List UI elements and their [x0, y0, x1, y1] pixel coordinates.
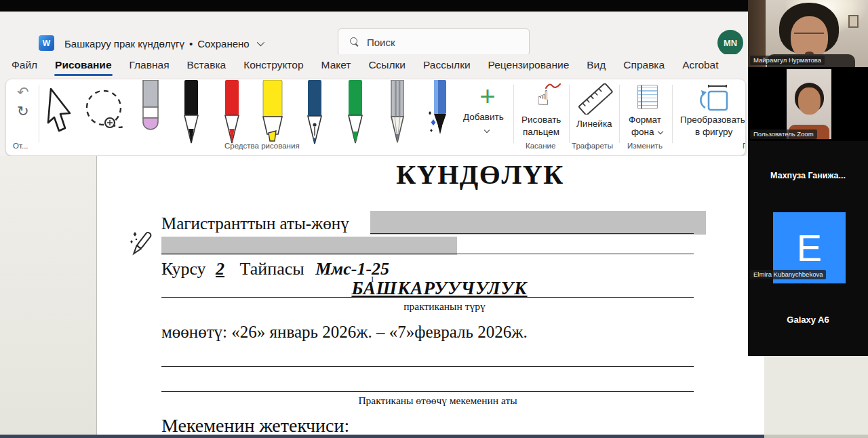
person-face [798, 87, 821, 115]
group-label-stencils: Трафареты [572, 142, 613, 150]
group-separator [619, 85, 620, 143]
document-canvas: КҮНДӨЛҮК Магистранттын аты-жөнү [0, 156, 764, 438]
tab-file[interactable]: Файл [11, 56, 38, 74]
add-pen-button[interactable]: Добавить [463, 112, 504, 122]
participant-video-2[interactable]: Пользователь Zoom [748, 67, 868, 141]
add-pen-plus-icon[interactable]: + [473, 83, 502, 109]
pen-green-icon[interactable] [344, 80, 367, 146]
tab-view[interactable]: Вид [586, 56, 606, 74]
format-background-chevron-icon[interactable] [658, 129, 663, 134]
fill-in-line [161, 391, 694, 392]
highlighter-yellow-icon[interactable] [261, 80, 284, 146]
select-cursor-icon[interactable] [43, 86, 78, 139]
participant-tile-4[interactable]: E Elmira Kubanychbekova [748, 212, 868, 285]
participant-name-tag: Майрамгул Нурматова [750, 56, 825, 65]
save-status: Сохранено [197, 38, 249, 49]
eraser-icon[interactable] [139, 80, 162, 146]
chevron-down-icon[interactable] [256, 39, 264, 46]
pen-black-icon[interactable] [180, 80, 203, 146]
draw-with-finger-button[interactable]: Рисовать [521, 115, 561, 125]
pen-galaxy-icon[interactable] [428, 80, 451, 146]
fill-in-line [161, 366, 694, 367]
participant-tile-5[interactable]: Galaxy A6 [748, 285, 868, 356]
doc-period-row: мөөнөтү: «26» январь 2026ж. – «7»февраль… [161, 323, 528, 342]
ribbon: ↶ ↻ От... [0, 76, 748, 156]
person-glasses [794, 33, 824, 39]
convert-to-shape-button-line2[interactable]: в фигуру [695, 127, 732, 137]
format-background-button[interactable]: Формат [629, 115, 661, 125]
format-background-button-line2[interactable]: фона [631, 127, 654, 137]
add-pen-chevron-icon[interactable] [484, 127, 490, 133]
group-label-convert-clipped: П [743, 142, 746, 150]
word-window: W Башкаруу прак күндөлүгү • Сохранено По… [0, 0, 764, 438]
background-picture-frame [848, 15, 859, 28]
format-background-icon[interactable] [637, 85, 658, 109]
document-page[interactable]: КҮНДӨЛҮК Магистранттын аты-жөнү [96, 156, 764, 438]
group-separator [672, 85, 673, 143]
tab-home[interactable]: Главная [129, 56, 170, 74]
group-label-touch: Касание [526, 142, 555, 150]
fill-in-line [161, 297, 694, 298]
document-title: Башкаруу прак күндөлүгү [64, 38, 184, 49]
participant-name-tag: Elmira Kubanychbekova [750, 270, 826, 279]
tab-layout[interactable]: Макет [321, 56, 352, 74]
window-top-strip [0, 0, 748, 12]
tab-mailings[interactable]: Рассылки [422, 56, 471, 74]
participant-name: Galaxy A6 [748, 315, 868, 325]
desktop-bottom-edge [764, 435, 868, 438]
lasso-select-icon[interactable] [82, 87, 130, 136]
tab-references[interactable]: Ссылки [368, 56, 406, 74]
draw-with-finger-button-line2[interactable]: пальцем [523, 127, 559, 137]
tab-insert[interactable]: Вставка [186, 56, 227, 74]
participant-name: Махпуза Ганижа... [748, 171, 868, 180]
redacted-name-value [370, 211, 706, 235]
pencil-icon[interactable] [386, 80, 409, 146]
group-label-edit: Изменить [627, 142, 663, 150]
document-title-group[interactable]: Башкаруу прак күндөлүгү • Сохранено [64, 36, 262, 51]
director-label: Мекеменин жетекчиси: [161, 415, 349, 437]
course-value: 2 [216, 259, 224, 279]
doc-heading: КҮНДӨЛҮК [161, 159, 758, 191]
account-avatar[interactable]: MN [717, 30, 743, 56]
portrait-video-frame [787, 69, 831, 139]
tab-help[interactable]: Справка [623, 56, 665, 74]
ribbon-panel: ↶ ↻ От... [5, 79, 746, 156]
search-icon [350, 37, 359, 47]
group-separator [513, 85, 514, 143]
title-bullet: • [189, 38, 193, 49]
tab-draw[interactable]: Рисование [54, 56, 112, 74]
group-label: Тайпасы [240, 259, 304, 279]
search-input[interactable]: Поиск [338, 28, 530, 56]
draw-with-finger-icon[interactable]: ☝ [526, 86, 561, 115]
group-value: Ммс-1-25 [315, 259, 389, 279]
fill-in-line [161, 254, 694, 254]
course-label: Курсу [161, 259, 206, 279]
titlebar: W Башкаруу прак күндөлүгү • Сохранено По… [0, 12, 748, 54]
doc-name-label: Магистранттын аты-жөнү [161, 214, 349, 233]
ruler-button[interactable]: Линейка [576, 119, 612, 129]
zoom-participants-panel: Майрамгул Нурматова Пользователь Zoom Ма… [748, 0, 868, 356]
tab-design[interactable]: Конструктор [243, 56, 304, 74]
undo-icon[interactable]: ↶ [17, 85, 29, 99]
group-separator [39, 85, 39, 143]
tab-review[interactable]: Рецензирование [488, 56, 570, 74]
tab-acrobat[interactable]: Acrobat [682, 56, 719, 74]
group-label-undo: От... [13, 142, 28, 150]
convert-to-shape-button[interactable]: Преобразовать [680, 115, 745, 125]
desktop: W Башкаруу прак күндөлүгү • Сохранено По… [0, 0, 868, 438]
participant-tile-3[interactable]: Махпуза Ганижа... [748, 141, 868, 212]
group-label-drawing-tools: Средства рисования [224, 142, 300, 150]
practice-type-caption: практиканын түрү [161, 300, 694, 313]
pen-red-icon[interactable] [220, 80, 243, 146]
ruler-icon[interactable] [576, 83, 615, 115]
convert-to-shape-icon[interactable] [694, 83, 732, 113]
org-caption: Практиканы өтөөчү мекеменин аты [161, 395, 694, 407]
pen-dark-blue-icon[interactable] [303, 80, 326, 146]
ribbon-tab-bar: Файл Рисование Главная Вставка Конструкт… [0, 54, 748, 76]
word-app-icon[interactable]: W [39, 35, 54, 51]
practice-type-value: БАШКАРУУЧУЛУК [161, 278, 694, 299]
ink-editor-pen-icon [130, 228, 154, 259]
participant-name-tag: Пользователь Zoom [750, 130, 817, 139]
redo-icon[interactable]: ↻ [17, 104, 29, 118]
participant-video-1[interactable]: Майрамгул Нурматова [748, 0, 868, 67]
